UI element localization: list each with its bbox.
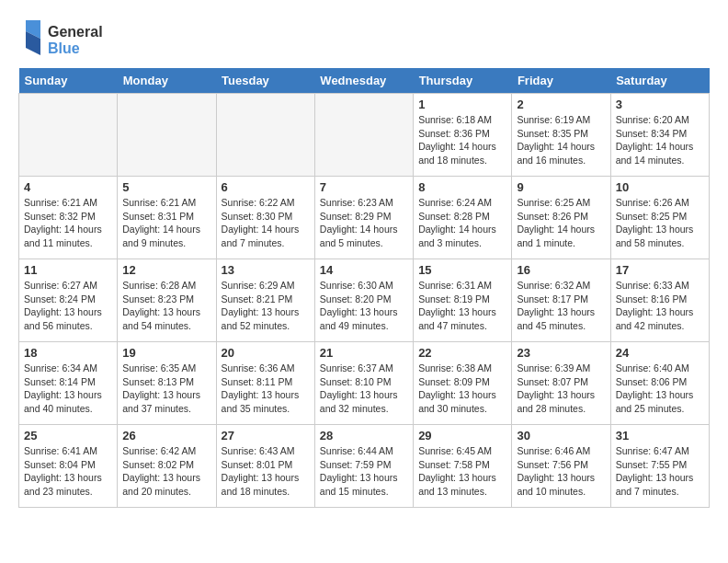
day-info: Sunrise: 6:28 AM Sunset: 8:23 PM Dayligh… xyxy=(122,279,210,333)
day-number: 9 xyxy=(517,180,605,194)
calendar-cell: 30Sunrise: 6:46 AM Sunset: 7:56 PM Dayli… xyxy=(512,425,610,508)
weekday-header-friday: Friday xyxy=(512,68,610,94)
calendar-week-2: 4Sunrise: 6:21 AM Sunset: 8:32 PM Daylig… xyxy=(19,177,710,259)
calendar-cell: 3Sunrise: 6:20 AM Sunset: 8:34 PM Daylig… xyxy=(610,94,709,177)
calendar-cell: 28Sunrise: 6:44 AM Sunset: 7:59 PM Dayli… xyxy=(314,425,413,508)
day-number: 1 xyxy=(418,98,506,111)
weekday-header-wednesday: Wednesday xyxy=(314,68,413,94)
day-number: 8 xyxy=(418,180,506,194)
day-number: 2 xyxy=(517,98,605,111)
day-info: Sunrise: 6:47 AM Sunset: 7:55 PM Dayligh… xyxy=(616,444,704,499)
calendar-cell: 21Sunrise: 6:37 AM Sunset: 8:10 PM Dayli… xyxy=(314,342,413,425)
calendar-cell: 14Sunrise: 6:30 AM Sunset: 8:20 PM Dayli… xyxy=(314,259,413,342)
calendar-cell: 10Sunrise: 6:26 AM Sunset: 8:25 PM Dayli… xyxy=(610,177,709,259)
svg-text:General: General xyxy=(48,24,103,40)
day-number: 22 xyxy=(418,346,506,360)
weekday-header-monday: Monday xyxy=(118,68,216,94)
day-info: Sunrise: 6:29 AM Sunset: 8:21 PM Dayligh… xyxy=(222,279,310,333)
day-number: 5 xyxy=(122,180,210,194)
day-info: Sunrise: 6:41 AM Sunset: 8:04 PM Dayligh… xyxy=(24,444,112,499)
calendar-cell: 9Sunrise: 6:25 AM Sunset: 8:26 PM Daylig… xyxy=(512,177,610,259)
day-info: Sunrise: 6:42 AM Sunset: 8:02 PM Dayligh… xyxy=(122,444,210,499)
day-number: 26 xyxy=(122,429,210,442)
day-number: 30 xyxy=(517,429,605,442)
calendar-week-5: 25Sunrise: 6:41 AM Sunset: 8:04 PM Dayli… xyxy=(19,425,710,508)
calendar-cell: 22Sunrise: 6:38 AM Sunset: 8:09 PM Dayli… xyxy=(414,342,512,425)
weekday-header-saturday: Saturday xyxy=(610,68,709,94)
calendar-cell xyxy=(19,94,118,177)
day-number: 25 xyxy=(24,429,112,442)
day-number: 7 xyxy=(320,180,408,194)
weekday-header-row: SundayMondayTuesdayWednesdayThursdayFrid… xyxy=(19,68,710,94)
calendar-cell: 5Sunrise: 6:21 AM Sunset: 8:31 PM Daylig… xyxy=(118,177,216,259)
day-info: Sunrise: 6:32 AM Sunset: 8:17 PM Dayligh… xyxy=(517,279,605,333)
day-number: 31 xyxy=(616,429,704,442)
day-info: Sunrise: 6:21 AM Sunset: 8:32 PM Dayligh… xyxy=(24,196,112,250)
day-info: Sunrise: 6:31 AM Sunset: 8:19 PM Dayligh… xyxy=(418,279,506,333)
calendar-cell: 15Sunrise: 6:31 AM Sunset: 8:19 PM Dayli… xyxy=(414,259,512,342)
day-info: Sunrise: 6:33 AM Sunset: 8:16 PM Dayligh… xyxy=(616,279,704,333)
calendar-cell: 1Sunrise: 6:18 AM Sunset: 8:36 PM Daylig… xyxy=(414,94,512,177)
calendar-cell: 13Sunrise: 6:29 AM Sunset: 8:21 PM Dayli… xyxy=(216,259,314,342)
day-number: 18 xyxy=(24,346,112,360)
day-info: Sunrise: 6:25 AM Sunset: 8:26 PM Dayligh… xyxy=(517,196,605,250)
day-info: Sunrise: 6:39 AM Sunset: 8:07 PM Dayligh… xyxy=(517,362,605,416)
logo: GeneralBlue xyxy=(18,18,119,59)
day-info: Sunrise: 6:23 AM Sunset: 8:29 PM Dayligh… xyxy=(320,196,408,250)
weekday-header-tuesday: Tuesday xyxy=(216,68,314,94)
calendar-cell: 11Sunrise: 6:27 AM Sunset: 8:24 PM Dayli… xyxy=(19,259,118,342)
day-number: 17 xyxy=(616,263,704,277)
calendar-cell: 20Sunrise: 6:36 AM Sunset: 8:11 PM Dayli… xyxy=(216,342,314,425)
calendar-cell xyxy=(216,94,314,177)
calendar-cell xyxy=(314,94,413,177)
day-info: Sunrise: 6:44 AM Sunset: 7:59 PM Dayligh… xyxy=(320,444,408,499)
day-number: 4 xyxy=(24,180,112,194)
calendar-cell xyxy=(118,94,216,177)
day-number: 10 xyxy=(616,180,704,194)
calendar-cell: 23Sunrise: 6:39 AM Sunset: 8:07 PM Dayli… xyxy=(512,342,610,425)
day-info: Sunrise: 6:37 AM Sunset: 8:10 PM Dayligh… xyxy=(320,362,408,416)
day-number: 16 xyxy=(517,263,605,277)
day-number: 29 xyxy=(418,429,506,442)
day-number: 28 xyxy=(320,429,408,442)
calendar-week-1: 1Sunrise: 6:18 AM Sunset: 8:36 PM Daylig… xyxy=(19,94,710,177)
day-info: Sunrise: 6:40 AM Sunset: 8:06 PM Dayligh… xyxy=(616,362,704,416)
logo-svg: GeneralBlue xyxy=(18,18,119,59)
day-info: Sunrise: 6:45 AM Sunset: 7:58 PM Dayligh… xyxy=(418,444,506,499)
day-number: 19 xyxy=(122,346,210,360)
day-number: 23 xyxy=(517,346,605,360)
calendar-cell: 29Sunrise: 6:45 AM Sunset: 7:58 PM Dayli… xyxy=(414,425,512,508)
calendar-cell: 24Sunrise: 6:40 AM Sunset: 8:06 PM Dayli… xyxy=(610,342,709,425)
day-number: 3 xyxy=(616,98,704,111)
calendar-cell: 2Sunrise: 6:19 AM Sunset: 8:35 PM Daylig… xyxy=(512,94,610,177)
day-info: Sunrise: 6:38 AM Sunset: 8:09 PM Dayligh… xyxy=(418,362,506,416)
day-info: Sunrise: 6:30 AM Sunset: 8:20 PM Dayligh… xyxy=(320,279,408,333)
calendar-table: SundayMondayTuesdayWednesdayThursdayFrid… xyxy=(18,68,710,508)
page-header: GeneralBlue xyxy=(18,18,710,59)
calendar-cell: 7Sunrise: 6:23 AM Sunset: 8:29 PM Daylig… xyxy=(314,177,413,259)
day-info: Sunrise: 6:35 AM Sunset: 8:13 PM Dayligh… xyxy=(122,362,210,416)
weekday-header-thursday: Thursday xyxy=(414,68,512,94)
day-info: Sunrise: 6:20 AM Sunset: 8:34 PM Dayligh… xyxy=(616,113,704,167)
day-number: 15 xyxy=(418,263,506,277)
calendar-cell: 18Sunrise: 6:34 AM Sunset: 8:14 PM Dayli… xyxy=(19,342,118,425)
calendar-cell: 4Sunrise: 6:21 AM Sunset: 8:32 PM Daylig… xyxy=(19,177,118,259)
calendar-cell: 27Sunrise: 6:43 AM Sunset: 8:01 PM Dayli… xyxy=(216,425,314,508)
day-number: 11 xyxy=(24,263,112,277)
calendar-cell: 12Sunrise: 6:28 AM Sunset: 8:23 PM Dayli… xyxy=(118,259,216,342)
calendar-cell: 6Sunrise: 6:22 AM Sunset: 8:30 PM Daylig… xyxy=(216,177,314,259)
calendar-cell: 19Sunrise: 6:35 AM Sunset: 8:13 PM Dayli… xyxy=(118,342,216,425)
day-number: 24 xyxy=(616,346,704,360)
day-info: Sunrise: 6:27 AM Sunset: 8:24 PM Dayligh… xyxy=(24,279,112,333)
day-number: 14 xyxy=(320,263,408,277)
calendar-week-3: 11Sunrise: 6:27 AM Sunset: 8:24 PM Dayli… xyxy=(19,259,710,342)
day-info: Sunrise: 6:46 AM Sunset: 7:56 PM Dayligh… xyxy=(517,444,605,499)
weekday-header-sunday: Sunday xyxy=(19,68,118,94)
day-info: Sunrise: 6:36 AM Sunset: 8:11 PM Dayligh… xyxy=(222,362,310,416)
calendar-cell: 31Sunrise: 6:47 AM Sunset: 7:55 PM Dayli… xyxy=(610,425,709,508)
svg-text:Blue: Blue xyxy=(48,40,80,56)
day-info: Sunrise: 6:24 AM Sunset: 8:28 PM Dayligh… xyxy=(418,196,506,250)
day-info: Sunrise: 6:26 AM Sunset: 8:25 PM Dayligh… xyxy=(616,196,704,250)
day-number: 27 xyxy=(222,429,310,442)
day-number: 13 xyxy=(222,263,310,277)
